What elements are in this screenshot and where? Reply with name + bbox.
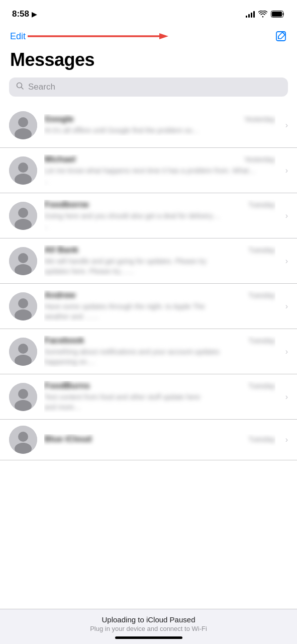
message-name: Google (44, 114, 240, 124)
message-name: Facebook (44, 336, 244, 346)
message-name: All Bank (44, 245, 244, 255)
message-preview: Going here and you should also get a dea… (44, 211, 275, 231)
chevron-right-icon: › (285, 392, 288, 401)
banner-title: Uploading to iCloud Paused (10, 615, 287, 624)
search-container: Search (0, 75, 297, 103)
message-preview: Let me know what happens next time it ha… (44, 166, 275, 186)
list-item[interactable]: Andrew Tuesday Have some updates through… (0, 284, 297, 329)
banner-subtitle: Plug in your device and connect to Wi-Fi (10, 625, 287, 632)
search-icon (16, 82, 24, 92)
message-time: Tuesday (248, 337, 275, 345)
message-name: Blue iCloud (44, 434, 244, 444)
chevron-right-icon: › (285, 347, 288, 356)
signal-bars-icon (246, 11, 255, 18)
avatar (9, 292, 37, 320)
svg-marker-3 (159, 33, 168, 39)
chevron-right-icon: › (285, 257, 288, 266)
message-name: FoodBurns (44, 381, 244, 391)
message-time: Tuesday (248, 382, 275, 390)
message-content: Andrew Tuesday Have some updates through… (44, 290, 275, 321)
message-name: Foodborne (44, 200, 244, 210)
svg-point-16 (18, 253, 28, 263)
chevron-right-icon: › (285, 435, 288, 444)
message-content: Michael Yesterday Let me know what happe… (44, 154, 275, 186)
svg-point-28 (18, 432, 28, 442)
message-header: All Bank Tuesday (44, 245, 275, 255)
wifi-icon (258, 11, 267, 18)
compose-button[interactable] (275, 30, 287, 42)
list-item[interactable]: Blue iCloud Tuesday › (0, 420, 297, 460)
message-name: Michael (44, 154, 240, 165)
svg-point-13 (18, 208, 28, 218)
nav-bar: Edit (0, 25, 297, 47)
edit-button[interactable]: Edit (10, 31, 26, 42)
chevron-right-icon: › (285, 166, 288, 175)
list-item[interactable]: All Bank Tuesday We will handle and get … (0, 238, 297, 284)
home-indicator (115, 636, 182, 639)
message-header: Andrew Tuesday (44, 290, 275, 300)
arrow-annotation (28, 33, 168, 39)
bottom-banner: Uploading to iCloud Paused Plug in your … (0, 609, 297, 644)
search-bar[interactable]: Search (9, 77, 288, 97)
status-time: 8:58 ▶ (12, 9, 37, 19)
page-title-area: Messages (0, 47, 297, 75)
message-name: Andrew (44, 290, 244, 300)
message-preview: Something about notifications and your a… (44, 347, 275, 367)
svg-point-25 (18, 389, 28, 399)
message-list: Google Yesterday Hi it's all offline unt… (0, 103, 297, 460)
avatar (9, 338, 37, 366)
message-content: Facebook Tuesday Something about notific… (44, 336, 275, 367)
svg-point-22 (18, 344, 28, 354)
message-header: Foodborne Tuesday (44, 200, 275, 210)
status-icons (246, 11, 285, 18)
avatar (9, 156, 37, 185)
avatar (9, 426, 37, 454)
list-item[interactable]: Facebook Tuesday Something about notific… (0, 329, 297, 374)
chevron-right-icon: › (285, 121, 288, 130)
svg-point-7 (18, 117, 28, 127)
avatar (9, 247, 37, 275)
message-preview: Have some updates through the night. to … (44, 302, 275, 321)
message-content: Google Yesterday Hi it's all offline unt… (44, 114, 275, 136)
avatar (9, 383, 37, 411)
message-time: Tuesday (248, 291, 275, 299)
list-item[interactable]: Michael Yesterday Let me know what happe… (0, 148, 297, 193)
chevron-right-icon: › (285, 211, 288, 220)
page-title: Messages (10, 49, 287, 70)
message-header: Michael Yesterday (44, 154, 275, 165)
chevron-right-icon: › (285, 302, 288, 311)
avatar (9, 111, 37, 139)
message-header: FoodBurns Tuesday (44, 381, 275, 391)
battery-icon (271, 11, 285, 18)
message-time: Yesterday (244, 155, 275, 164)
status-bar: 8:58 ▶ (0, 0, 297, 25)
list-item[interactable]: Google Yesterday Hi it's all offline unt… (0, 103, 297, 148)
message-content: Blue iCloud Tuesday (44, 434, 275, 446)
message-header: Blue iCloud Tuesday (44, 434, 275, 444)
message-content: All Bank Tuesday We will handle and get … (44, 245, 275, 276)
message-time: Tuesday (248, 246, 275, 254)
avatar (9, 202, 37, 230)
message-content: Foodborne Tuesday Going here and you sho… (44, 200, 275, 231)
location-icon: ▶ (32, 11, 37, 18)
svg-rect-1 (272, 12, 282, 17)
message-time: Tuesday (248, 201, 275, 209)
message-header: Facebook Tuesday (44, 336, 275, 346)
message-preview: Hi it's all offline until Google find th… (44, 126, 275, 136)
message-header: Google Yesterday (44, 114, 275, 124)
message-time: Tuesday (248, 435, 275, 443)
svg-point-10 (18, 163, 28, 173)
message-time: Yesterday (244, 115, 275, 123)
search-placeholder: Search (28, 82, 55, 92)
message-preview: Test content from food and other stuff u… (44, 392, 275, 412)
list-item[interactable]: Foodborne Tuesday Going here and you sho… (0, 193, 297, 238)
svg-rect-4 (276, 32, 285, 41)
svg-point-19 (18, 298, 28, 308)
list-item[interactable]: FoodBurns Tuesday Test content from food… (0, 374, 297, 420)
message-preview: We will handle and get going for updates… (44, 257, 275, 276)
message-content: FoodBurns Tuesday Test content from food… (44, 381, 275, 412)
